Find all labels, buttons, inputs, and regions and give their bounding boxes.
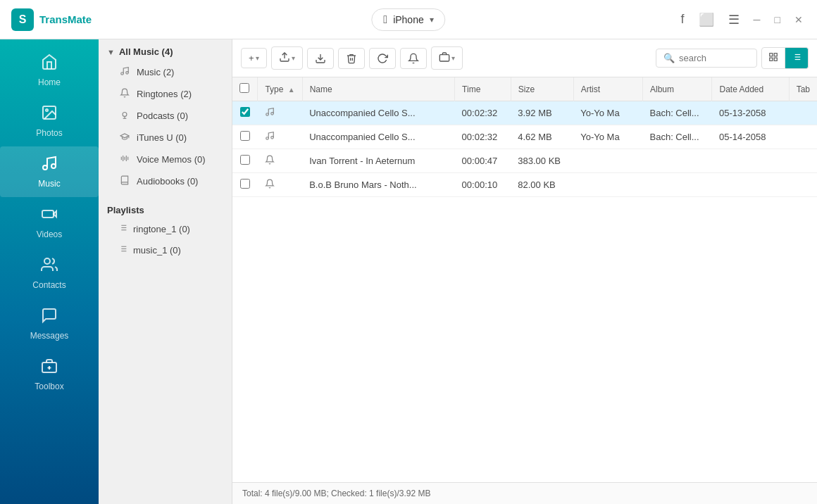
music-type-icon (265, 108, 275, 119)
row-album: Bach: Cell... (643, 101, 712, 125)
row-date (712, 173, 789, 197)
row-artist: Yo-Yo Ma (573, 101, 642, 125)
table-row: B.o.B Bruno Mars - Noth... 00:00:10 82.0… (232, 173, 817, 197)
device-selector[interactable]:  iPhone ▾ (371, 8, 445, 31)
row-checkbox-cell[interactable] (232, 149, 258, 173)
home-icon (41, 53, 58, 75)
sidebar-music-label: Music (38, 179, 60, 189)
sidebar-item-ringtones[interactable]: Ringtones (2) (99, 83, 232, 105)
sidebar-item-music[interactable]: Music (0, 146, 99, 197)
titlebar-actions: f ⬜ ☰ ─ □ ✕ (678, 9, 806, 30)
sidebar-item-messages[interactable]: Messages (0, 298, 99, 349)
row-time: 00:02:32 (455, 101, 511, 125)
sidebar-item-audiobooks[interactable]: Audiobooks (0) (99, 170, 232, 192)
row-date: 05-13-2058 (712, 101, 789, 125)
all-music-header[interactable]: ▼ All Music (4) (99, 39, 232, 61)
th-date-added[interactable]: Date Added (712, 77, 789, 101)
row-date (712, 149, 789, 173)
th-checkbox[interactable] (232, 77, 258, 101)
sidebar-toolbox-label: Toolbox (35, 382, 63, 391)
row-artist (573, 173, 642, 197)
row-size: 3.92 MB (511, 101, 573, 125)
table-body: Unaccompanied Cello S... 00:02:32 3.92 M… (232, 101, 817, 197)
chat-button[interactable]: ⬜ (696, 9, 717, 30)
close-button[interactable]: ✕ (792, 11, 806, 28)
row-time: 00:02:32 (455, 125, 511, 149)
sidebar-item-itunes-u[interactable]: iTunes U (0) (99, 127, 232, 149)
add-arrow-icon: ▾ (256, 54, 259, 62)
import-arrow-icon: ▾ (292, 54, 295, 62)
playlist-ringtone-1[interactable]: ringtone_1 (0) (99, 218, 232, 239)
th-tab[interactable]: Tab (789, 77, 817, 101)
sidebar-item-voice-memos[interactable]: Voice Memos (0) (99, 149, 232, 170)
sidebar-item-videos[interactable]: Videos (0, 197, 99, 248)
row-checkbox[interactable] (240, 179, 250, 189)
export-button[interactable] (307, 48, 334, 69)
row-checkbox-cell[interactable] (232, 173, 258, 197)
row-type (258, 125, 302, 149)
svg-point-42 (266, 113, 269, 116)
svg-point-43 (271, 113, 274, 115)
list-view-button[interactable] (785, 47, 809, 69)
th-time[interactable]: Time (455, 77, 511, 101)
svg-rect-32 (770, 53, 773, 56)
row-checkbox[interactable] (240, 107, 250, 117)
th-name[interactable]: Name (302, 77, 454, 101)
row-checkbox-cell[interactable] (232, 101, 258, 125)
playlist-ringtone-1-label: ringtone_1 (0) (133, 224, 190, 234)
sidebar-item-toolbox[interactable]: Toolbox (0, 349, 99, 400)
row-tab (789, 101, 817, 125)
import-button[interactable]: ▾ (271, 46, 303, 70)
svg-point-45 (271, 137, 274, 139)
row-checkbox[interactable] (240, 131, 250, 141)
facebook-button[interactable]: f (678, 9, 687, 30)
th-size[interactable]: Size (511, 77, 573, 101)
sidebar-item-podcasts[interactable]: Podcasts (0) (99, 105, 232, 127)
svg-rect-34 (774, 58, 777, 61)
bell-button[interactable] (400, 48, 427, 69)
row-name: Unaccompanied Cello S... (302, 125, 454, 149)
music-type-icon (265, 132, 275, 143)
app-title: TransMate (39, 13, 92, 25)
svg-point-10 (126, 72, 129, 75)
svg-point-5 (44, 258, 50, 264)
table-row: Unaccompanied Cello S... 00:02:32 4.62 M… (232, 125, 817, 149)
sidebar-item-photos[interactable]: Photos (0, 96, 99, 146)
row-size: 383.00 KB (511, 149, 573, 173)
grid-view-button[interactable] (761, 47, 785, 69)
maximize-button[interactable]: □ (772, 11, 783, 28)
svg-point-2 (43, 165, 47, 170)
sort-icon: ▲ (288, 86, 295, 94)
add-button[interactable]: + ▾ (241, 48, 267, 68)
menu-button[interactable]: ☰ (725, 9, 742, 30)
sidebar-item-contacts[interactable]: Contacts (0, 248, 99, 298)
sidebar: Home Photos Music (0, 39, 99, 504)
sidebar-item-home[interactable]: Home (0, 45, 99, 96)
podcasts-icon (118, 110, 131, 122)
sidebar-item-music-sub[interactable]: Music (2) (99, 61, 232, 83)
th-type[interactable]: Type ▲ (258, 77, 302, 101)
th-album[interactable]: Album (643, 77, 712, 101)
titlebar: S TransMate  iPhone ▾ f ⬜ ☰ ─ □ ✕ (0, 0, 817, 39)
tools-arrow-icon: ▾ (451, 54, 455, 62)
row-album (643, 173, 712, 197)
svg-rect-33 (774, 53, 777, 56)
svg-point-1 (46, 109, 48, 111)
svg-point-11 (123, 113, 127, 117)
th-artist[interactable]: Artist (573, 77, 642, 101)
row-name: Ivan Torrent - In Aeternum (302, 149, 454, 173)
sidebar-contacts-label: Contacts (32, 280, 66, 290)
minimize-button[interactable]: ─ (751, 11, 763, 28)
collapse-arrow-icon: ▼ (107, 48, 115, 56)
podcasts-label: Podcasts (0) (137, 111, 188, 121)
row-checkbox-cell[interactable] (232, 125, 258, 149)
row-checkbox[interactable] (240, 155, 250, 165)
delete-button[interactable] (338, 48, 365, 69)
playlist-music-1[interactable]: music_1 (0) (99, 239, 232, 260)
select-all-checkbox[interactable] (239, 83, 249, 93)
refresh-button[interactable] (369, 48, 396, 69)
row-tab (789, 125, 817, 149)
tools-button[interactable]: ▾ (431, 46, 463, 70)
plus-icon: + (249, 53, 254, 63)
search-input[interactable] (679, 53, 749, 63)
